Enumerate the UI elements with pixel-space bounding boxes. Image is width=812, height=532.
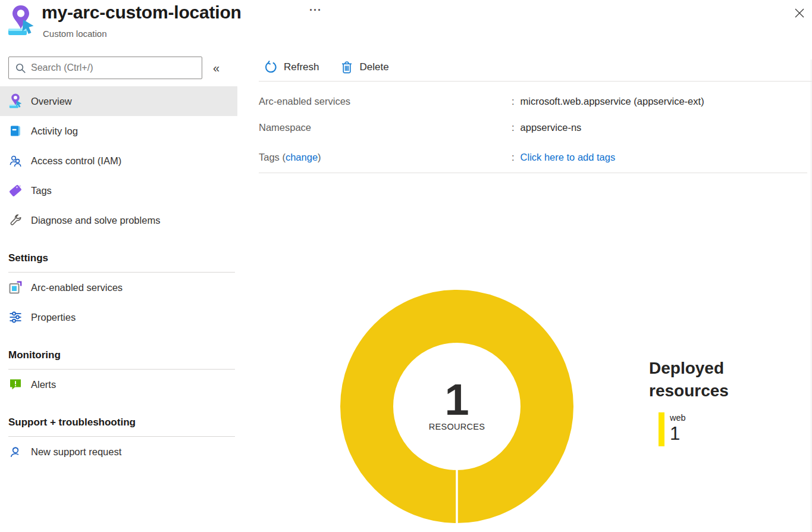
search-icon [15, 62, 26, 74]
close-icon [792, 5, 807, 21]
legend-swatch [659, 412, 664, 446]
sidebar-item-label: Tags [31, 185, 52, 196]
legend-series-value: 1 [670, 424, 686, 444]
sidebar-item-diagnose[interactable]: Diagnose and solve problems [0, 205, 237, 235]
tag-icon [8, 183, 23, 198]
donut-slice-gap [456, 470, 458, 524]
delete-label: Delete [360, 61, 389, 73]
sidebar-section-settings: Settings [8, 252, 229, 265]
refresh-button[interactable]: Refresh [264, 60, 319, 74]
info-value: :microsoft.web.appservice (appservice-ex… [512, 95, 704, 108]
sidebar-item-label: Access control (IAM) [31, 155, 121, 167]
change-tags-link[interactable]: change [286, 152, 318, 162]
chart-title: Deployed resources [649, 357, 753, 402]
wrench-icon [8, 212, 23, 228]
sidebar-item-new-support-request[interactable]: New support request [0, 437, 237, 467]
info-label: Arc-enabled services [259, 95, 512, 108]
custom-location-icon [8, 4, 34, 40]
sidebar-item-access-control[interactable]: Access control (IAM) [0, 146, 237, 176]
sidebar-item-alerts[interactable]: Alerts [0, 370, 237, 399]
sidebar-section-support: Support + troubleshooting [8, 416, 229, 429]
info-row-arc-enabled-services: Arc-enabled services :microsoft.web.apps… [259, 95, 812, 108]
refresh-icon [264, 60, 278, 74]
sidebar-item-label: New support request [31, 446, 121, 458]
sidebar-item-label: Diagnose and solve problems [31, 215, 160, 226]
pane-edge [811, 60, 811, 532]
legend-series-name: web [670, 413, 686, 423]
chart-legend: Deployed resources web 1 [649, 357, 753, 446]
sidebar-item-activity-log[interactable]: Activity log [0, 116, 237, 146]
custom-location-pin-icon [8, 93, 23, 109]
sidebar-item-overview[interactable]: Overview [0, 86, 237, 116]
resource-count-caption: RESOURCES [339, 422, 575, 431]
info-label: Namespace [259, 121, 512, 134]
add-tags-link[interactable]: Click here to add tags [521, 152, 616, 162]
access-control-icon [8, 153, 23, 168]
alerts-icon [8, 377, 23, 392]
sidebar-item-properties[interactable]: Properties [0, 302, 237, 332]
command-bar: Refresh Delete [259, 54, 812, 82]
activity-log-icon [8, 123, 23, 139]
sidebar-item-label: Arc-enabled services [31, 282, 123, 293]
refresh-label: Refresh [284, 61, 319, 73]
divider [259, 173, 807, 173]
delete-button[interactable]: Delete [340, 60, 389, 74]
info-row-namespace: Namespace :appservice-ns [259, 121, 812, 134]
info-value: :appservice-ns [512, 121, 581, 134]
search-input[interactable] [31, 62, 202, 73]
sidebar-item-label: Properties [31, 312, 76, 323]
collapse-sidebar-button[interactable]: « [213, 61, 220, 75]
resource-count: 1 [339, 383, 575, 417]
info-row-tags: Tags (change) :Click here to add tags [259, 151, 812, 164]
sidebar-search[interactable] [8, 57, 202, 79]
sidebar-item-label: Overview [31, 96, 72, 107]
custom-location-blade: my-arc-custom-location ··· Custom locati… [0, 0, 812, 532]
info-value: :Click here to add tags [512, 151, 615, 164]
trash-icon [340, 60, 354, 74]
info-label: Tags (change) [259, 151, 512, 164]
sidebar-menu: Overview Activity log [0, 86, 237, 235]
donut-center-label: 1 RESOURCES [339, 383, 575, 431]
overview-panel: Refresh Delete Arc-enabled services [259, 54, 812, 173]
deployed-resources-donut-chart: 1 RESOURCES [339, 289, 575, 524]
legend-item-web[interactable]: web 1 [659, 412, 753, 446]
page-title: my-arc-custom-location [42, 2, 242, 23]
sidebar-section-monitoring: Monitoring [8, 349, 229, 362]
arc-enabled-services-icon [8, 280, 23, 295]
sidebar: « Overview [0, 54, 237, 467]
sidebar-item-tags[interactable]: Tags [0, 176, 237, 205]
page-subtitle: Custom location [43, 29, 107, 39]
sidebar-item-label: Alerts [31, 379, 56, 390]
close-blade-button[interactable] [792, 5, 807, 21]
more-actions-button[interactable]: ··· [309, 4, 322, 17]
support-person-icon [8, 444, 23, 459]
properties-sliders-icon [8, 309, 23, 325]
sidebar-item-arc-enabled-services[interactable]: Arc-enabled services [0, 273, 237, 302]
sidebar-item-label: Activity log [31, 126, 78, 137]
